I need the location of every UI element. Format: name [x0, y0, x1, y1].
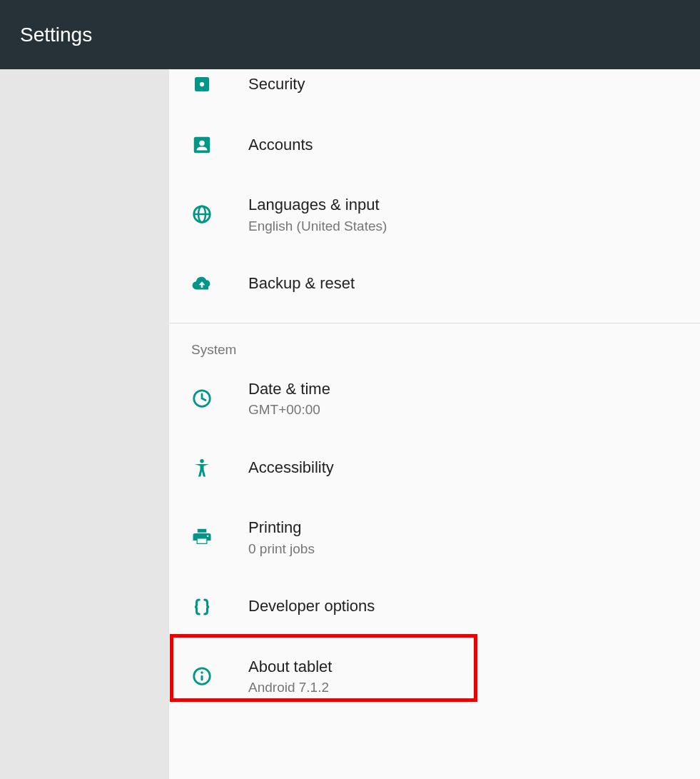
item-text: About tablet Android 7.1.2 [248, 657, 332, 696]
clock-icon [191, 388, 248, 409]
item-subtitle: Android 7.1.2 [248, 680, 332, 695]
cloud-upload-icon [191, 273, 248, 295]
item-title: Developer options [248, 596, 375, 617]
item-title: Backup & reset [248, 273, 355, 294]
printer-icon [191, 526, 248, 548]
item-text: Printing 0 print jobs [248, 518, 315, 557]
settings-item-printing[interactable]: Printing 0 print jobs [170, 499, 700, 576]
item-title: About tablet [248, 657, 332, 678]
item-text: Backup & reset [248, 273, 355, 294]
section-header-system: System [170, 323, 700, 361]
settings-list: Security Accounts [169, 69, 700, 779]
svg-point-11 [201, 671, 203, 674]
item-title: Languages & input [248, 195, 387, 216]
settings-item-languages[interactable]: Languages & input English (United States… [170, 176, 700, 253]
braces-icon [191, 596, 248, 618]
item-subtitle: 0 print jobs [248, 541, 315, 557]
item-title: Accessibility [248, 458, 334, 478]
item-subtitle: GMT+00:00 [248, 402, 330, 418]
accounts-icon [191, 134, 248, 156]
svg-rect-12 [201, 675, 203, 681]
svg-rect-8 [198, 539, 207, 543]
item-title: Security [248, 74, 305, 95]
item-title: Date & time [248, 379, 330, 400]
security-icon [191, 74, 248, 95]
left-rail [0, 69, 169, 779]
settings-item-about[interactable]: About tablet Android 7.1.2 [170, 638, 700, 715]
settings-item-developer-options[interactable]: Developer options [170, 576, 700, 638]
item-text: Developer options [248, 596, 375, 617]
item-title: Printing [248, 518, 315, 538]
info-icon [191, 665, 248, 687]
body-area: Security Accounts [0, 69, 700, 779]
svg-point-1 [200, 82, 204, 86]
page-title: Settings [20, 24, 92, 46]
item-text: Security [248, 74, 305, 95]
item-subtitle: English (United States) [248, 218, 387, 234]
svg-point-3 [199, 141, 205, 146]
svg-point-7 [200, 459, 204, 463]
settings-item-backup[interactable]: Backup & reset [170, 253, 700, 316]
settings-item-date-time[interactable]: Date & time GMT+00:00 [170, 361, 700, 437]
item-title: Accounts [248, 135, 313, 156]
globe-icon [191, 203, 248, 225]
settings-item-accessibility[interactable]: Accessibility [170, 436, 700, 499]
settings-item-security[interactable]: Security [170, 69, 700, 114]
item-text: Date & time GMT+00:00 [248, 379, 330, 418]
svg-point-9 [207, 536, 209, 538]
accessibility-icon [191, 457, 248, 478]
item-text: Accessibility [248, 458, 334, 478]
item-text: Languages & input English (United States… [248, 195, 387, 234]
app-header: Settings [0, 0, 700, 69]
item-text: Accounts [248, 135, 313, 156]
settings-item-accounts[interactable]: Accounts [170, 114, 700, 176]
